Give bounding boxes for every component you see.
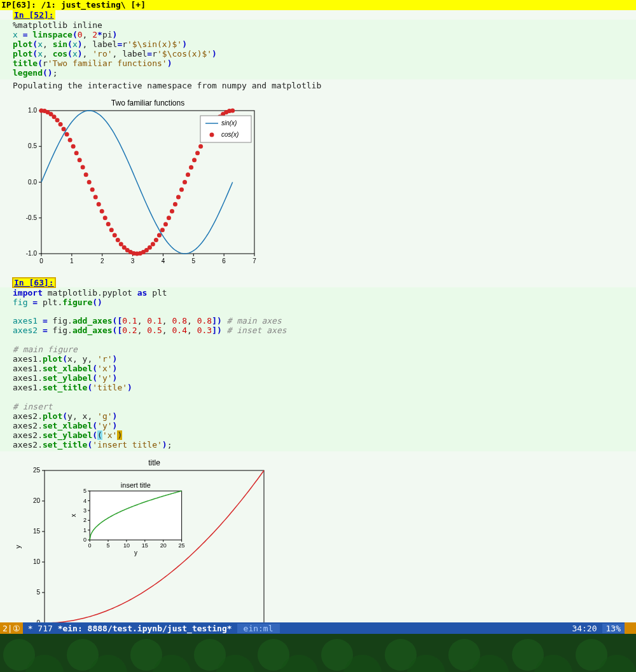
svg-text:0.0: 0.0 [28,178,37,185]
svg-point-62 [148,245,152,249]
svg-text:15: 15 [33,528,41,535]
cell-2-chart: 0123450510152025titlexy0510152025012345i… [0,451,636,634]
svg-point-67 [163,222,168,226]
status-percent: 13% [602,624,625,633]
svg-text:-1.0: -1.0 [26,250,38,257]
svg-text:y: y [14,544,22,548]
svg-point-73 [183,180,187,184]
svg-point-34 [59,122,63,127]
svg-text:3: 3 [131,257,135,264]
svg-point-88 [230,108,235,113]
svg-point-41 [81,165,85,169]
svg-text:y: y [134,549,137,556]
svg-text:1: 1 [83,526,86,533]
status-buffer-info: * 717 *ein: 8888/test.ipynb/just_testing… [23,624,237,633]
svg-text:15: 15 [142,542,148,549]
svg-text:2: 2 [83,517,86,523]
svg-point-39 [74,151,79,155]
svg-point-33 [55,118,60,122]
svg-text:25: 25 [33,467,41,474]
svg-point-68 [167,216,171,220]
svg-text:0.5: 0.5 [28,142,37,149]
svg-text:0: 0 [39,257,43,264]
cell-1-output-text: Populating the interactive namespace fro… [0,79,636,92]
svg-text:20: 20 [33,497,41,504]
svg-text:5: 5 [83,488,86,494]
svg-text:6: 6 [222,257,226,264]
svg-point-52 [116,238,120,242]
svg-text:2: 2 [100,257,104,264]
status-cursor-pos: 34:20 [567,624,602,633]
svg-point-40 [78,158,82,162]
svg-text:5: 5 [107,542,110,549]
svg-point-46 [97,202,101,206]
svg-point-75 [189,165,193,169]
svg-text:20: 20 [160,542,167,549]
svg-text:-0.5: -0.5 [26,214,38,221]
svg-text:5: 5 [192,257,196,264]
svg-point-72 [179,187,184,191]
svg-point-70 [173,202,177,206]
svg-text:title: title [148,458,160,467]
svg-text:25: 25 [179,542,185,549]
svg-point-77 [195,151,200,155]
svg-text:5: 5 [36,589,40,596]
svg-text:1.0: 1.0 [28,107,37,114]
svg-text:sin(x): sin(x) [221,120,237,127]
svg-point-64 [154,238,158,242]
svg-text:0: 0 [83,537,86,543]
svg-point-44 [90,187,95,191]
svg-text:10: 10 [123,542,130,549]
svg-point-35 [62,127,66,131]
cell-1[interactable]: In [52]: %matplotlib inline x = linspace… [0,10,636,278]
svg-text:10: 10 [33,558,41,565]
svg-point-50 [109,228,114,232]
svg-text:4: 4 [83,497,86,504]
svg-text:1: 1 [70,257,74,264]
svg-text:Two familiar functions: Two familiar functions [111,99,184,107]
editor-pane: IP[63]: /1: just_testing\ [+] In [52]: %… [0,0,636,634]
svg-point-48 [103,216,107,220]
svg-text:insert title: insert title [121,481,151,489]
svg-point-78 [198,144,203,148]
svg-point-65 [157,233,162,237]
cell-2-prompt: In [63]: [13,278,55,287]
svg-point-51 [113,233,117,237]
svg-point-37 [68,137,73,142]
svg-point-43 [87,180,92,184]
svg-point-49 [106,222,111,226]
svg-point-76 [192,158,197,162]
svg-text:cos(x): cos(x) [221,131,238,138]
svg-point-92 [210,132,214,137]
status-segment-right [625,622,636,634]
status-segment-left: 2|① [0,622,23,634]
svg-rect-122 [90,491,182,540]
cell-1-prompt: In [52]: [13,10,55,20]
chart-title-with-inset: 0123450510152025titlexy0510152025012345i… [13,458,273,634]
svg-point-53 [119,242,123,246]
svg-point-32 [52,114,57,119]
status-bar: 2|① * 717 *ein: 8888/test.ipynb/just_tes… [0,622,636,634]
cell-1-chart: 01234567-1.0-0.50.00.51.0Two familiar fu… [0,92,636,278]
svg-point-42 [84,172,88,177]
svg-text:4: 4 [162,257,165,264]
svg-point-71 [176,195,181,199]
svg-text:0: 0 [88,542,92,549]
svg-text:x: x [70,514,77,517]
svg-point-66 [160,228,165,232]
chart-two-familiar-functions: 01234567-1.0-0.50.00.51.0Two familiar fu… [13,98,261,270]
svg-text:3: 3 [83,507,86,514]
svg-point-63 [151,242,155,246]
svg-point-36 [65,132,69,136]
cell-2[interactable]: In [63]: import matplotlib.pyplot as plt… [0,278,636,634]
svg-point-45 [93,195,98,199]
status-mode: ein:ml [237,624,280,633]
svg-point-38 [71,144,76,148]
title-bar: IP[63]: /1: just_testing\ [+] [0,0,636,10]
svg-point-69 [170,209,174,213]
cell-2-code[interactable]: import matplotlib.pyplot as plt fig = pl… [0,287,636,451]
svg-text:7: 7 [252,257,256,264]
svg-point-74 [186,172,190,177]
svg-point-47 [100,209,104,213]
cell-1-code[interactable]: %matplotlib inline x = linspace(0, 2*pi)… [0,20,636,79]
